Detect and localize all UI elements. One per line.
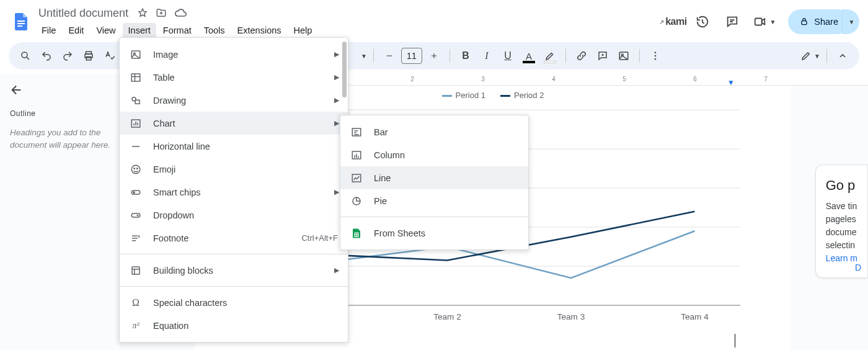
ruler-tick: 7: [764, 76, 768, 83]
meet-icon[interactable]: ▼: [753, 13, 776, 30]
menu-help[interactable]: Help: [288, 23, 318, 38]
menu-extensions[interactable]: Extensions: [232, 23, 287, 38]
menu-file[interactable]: File: [36, 23, 61, 38]
comments-icon[interactable]: [724, 13, 741, 30]
menu-edit[interactable]: Edit: [63, 23, 89, 38]
pie-chart-icon: [350, 195, 363, 207]
promo-dismiss[interactable]: D: [855, 262, 861, 272]
emoji-icon: [130, 164, 142, 175]
legend-series-2: Period 2: [514, 91, 544, 100]
insert-image[interactable]: Image▶: [120, 43, 348, 66]
sheets-icon: [350, 228, 363, 239]
svg-rect-32: [132, 267, 140, 274]
promo-line: docume: [826, 226, 857, 239]
promo-line: pageles: [826, 213, 857, 226]
collapse-toolbar-icon[interactable]: [833, 47, 852, 65]
close-outline-icon[interactable]: [10, 83, 111, 97]
font-size-input[interactable]: 11: [401, 48, 422, 64]
search-icon[interactable]: [16, 47, 35, 65]
share-button-label: Share: [814, 17, 838, 27]
outline-title: Outline: [10, 109, 111, 118]
building-blocks-icon: [130, 265, 142, 276]
svg-point-30: [133, 191, 135, 192]
svg-point-12: [655, 55, 657, 57]
svg-rect-3: [755, 19, 762, 25]
menu-label: Column: [374, 150, 405, 160]
chart-column[interactable]: Column: [340, 143, 528, 166]
redo-icon[interactable]: [58, 47, 77, 65]
svg-rect-1: [17, 23, 25, 24]
spellcheck-icon[interactable]: [100, 47, 119, 65]
undo-icon[interactable]: [37, 47, 56, 65]
svg-point-13: [655, 58, 657, 60]
svg-point-27: [134, 168, 135, 169]
text-color-icon[interactable]: A: [520, 47, 538, 65]
editing-mode-icon[interactable]: ▼: [800, 47, 820, 65]
docs-logo[interactable]: [9, 9, 33, 34]
table-icon: [130, 72, 142, 83]
share-button[interactable]: Share: [788, 9, 849, 34]
insert-footnote[interactable]: Footnote Ctrl+Alt+F: [120, 227, 348, 249]
italic-icon[interactable]: I: [477, 47, 496, 65]
chart-xtick: Team 3: [557, 312, 585, 321]
add-comment-icon[interactable]: [593, 47, 612, 65]
share-dropdown[interactable]: ▼: [842, 9, 859, 34]
menu-label: Special characters: [153, 298, 227, 308]
underline-icon[interactable]: U: [498, 47, 517, 65]
increase-font-icon[interactable]: [425, 47, 443, 65]
footnote-icon: [130, 233, 142, 244]
insert-chart[interactable]: Chart▶: [120, 112, 348, 135]
insert-equation[interactable]: π² Equation: [120, 314, 348, 337]
menu-tools[interactable]: Tools: [198, 23, 231, 38]
history-icon[interactable]: [694, 13, 711, 30]
insert-horizontal-line[interactable]: Horizontal line: [120, 135, 348, 158]
chart-bar[interactable]: Bar: [340, 120, 528, 143]
insert-drawing[interactable]: Drawing▶: [120, 89, 348, 112]
ruler-tick: 2: [410, 76, 414, 83]
highlight-color-icon[interactable]: [541, 47, 559, 65]
menu-label: Bar: [374, 127, 388, 137]
document-title[interactable]: Untitled document: [36, 6, 131, 21]
line-chart-icon: [350, 173, 363, 184]
menu-view[interactable]: View: [91, 23, 121, 38]
menu-insert[interactable]: Insert: [123, 23, 156, 38]
menu-label: Dropdown: [153, 210, 194, 220]
bold-icon[interactable]: B: [456, 47, 475, 65]
insert-image-icon[interactable]: [614, 47, 633, 65]
insert-emoji[interactable]: Emoji: [120, 158, 348, 181]
menu-format[interactable]: Format: [157, 23, 197, 38]
insert-smart-chips[interactable]: Smart chips▶: [120, 181, 348, 204]
star-icon[interactable]: [137, 7, 148, 19]
promo-line: selectin: [826, 239, 857, 252]
image-icon: [130, 49, 142, 60]
menu-label: Equation: [153, 321, 188, 331]
insert-link-icon[interactable]: [572, 47, 591, 65]
chart-line[interactable]: Line: [340, 166, 528, 189]
insert-building-blocks[interactable]: Building blocks▶: [120, 259, 348, 282]
decrease-font-icon[interactable]: [380, 47, 399, 65]
chart-from-sheets[interactable]: From Sheets: [340, 222, 528, 245]
insert-menu-popup: Image▶ Table▶ Drawing▶ Chart▶ Horizontal…: [119, 37, 348, 343]
more-icon[interactable]: [646, 47, 665, 65]
column-chart-icon: [350, 150, 363, 161]
header: Untitled document File Edit View Insert …: [0, 0, 868, 40]
drawing-icon: [130, 95, 142, 106]
move-icon[interactable]: [156, 7, 167, 19]
promo-learn-more[interactable]: Learn m: [826, 253, 857, 263]
insert-special-characters[interactable]: Ω Special characters: [120, 291, 348, 314]
menu-label: Image: [153, 50, 178, 60]
kami-extension[interactable]: ↗kami: [664, 13, 681, 30]
cloud-status-icon[interactable]: [174, 7, 187, 19]
insert-table[interactable]: Table▶: [120, 66, 348, 89]
svg-rect-0: [17, 20, 25, 22]
print-icon[interactable]: [79, 47, 98, 65]
font-dropdown-caret-icon[interactable]: ▼: [361, 53, 367, 60]
menu-label: Line: [374, 173, 391, 183]
menu-label: Footnote: [153, 233, 188, 243]
menu-label: Chart: [153, 119, 175, 128]
chart-pie[interactable]: Pie: [340, 189, 528, 212]
menu-label: Emoji: [153, 164, 175, 174]
menu-bar: File Edit View Insert Format Tools Exten…: [36, 22, 664, 39]
insert-dropdown[interactable]: Dropdown: [120, 204, 348, 227]
pageless-promo: Go p Save tin pageles docume selectin Le…: [815, 164, 868, 278]
